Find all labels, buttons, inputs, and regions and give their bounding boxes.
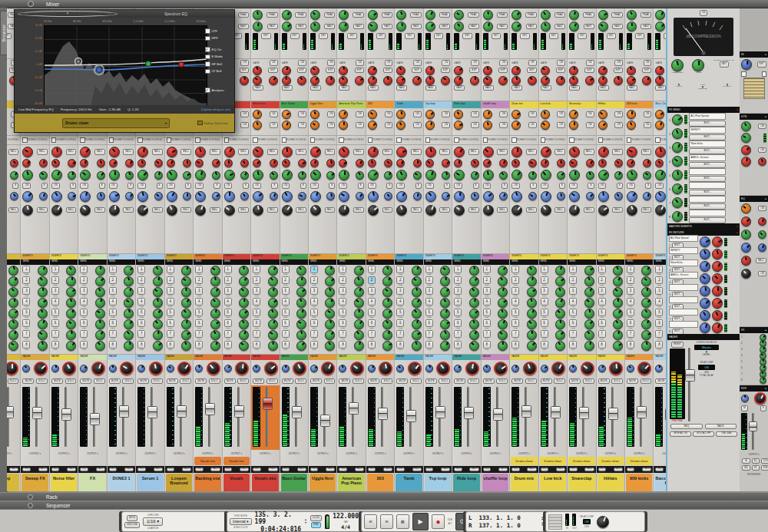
gate-exp-button[interactable]: EXP bbox=[326, 68, 335, 74]
rack-button[interactable]: RACK bbox=[498, 468, 508, 471]
solo-button[interactable]: SOLO bbox=[381, 378, 392, 385]
send-3-level-knob[interactable] bbox=[124, 287, 134, 297]
send-4-button[interactable]: 4 bbox=[598, 298, 606, 306]
eq-e-button[interactable]: E bbox=[559, 183, 565, 189]
key-button[interactable]: KEY bbox=[261, 33, 270, 39]
pan-knob[interactable] bbox=[293, 362, 306, 375]
send-4-button[interactable]: 4 bbox=[310, 298, 318, 306]
sequencer-circle-icon[interactable] bbox=[28, 503, 33, 508]
width-knob[interactable] bbox=[368, 365, 376, 372]
channel-strip-top-loop[interactable]: PEAK FAST KEY GATEON EXP FAST Top loop O… bbox=[424, 8, 452, 491]
pan-knob[interactable] bbox=[494, 362, 508, 375]
output-row[interactable]: OUTPUT ▾ bbox=[78, 450, 106, 457]
send-5-button[interactable]: 5 bbox=[368, 309, 376, 316]
nav-eq-on-button[interactable]: ON bbox=[758, 271, 766, 277]
peak-button[interactable]: PEAK bbox=[439, 12, 451, 18]
fx-send-3-level-knob[interactable] bbox=[672, 142, 683, 153]
send-3-button[interactable]: 3 bbox=[655, 287, 663, 295]
send-2-level-knob[interactable] bbox=[325, 276, 335, 286]
nav-width-knob[interactable] bbox=[741, 395, 749, 402]
hf-gain-knob[interactable] bbox=[569, 147, 580, 157]
send-4-button[interactable]: 4 bbox=[627, 298, 634, 306]
send-6-level-knob[interactable] bbox=[382, 319, 392, 329]
hmf-gain-knob[interactable] bbox=[368, 170, 379, 180]
send-4-level-knob[interactable] bbox=[181, 298, 191, 308]
send-7-level-knob[interactable] bbox=[95, 330, 105, 340]
lpf-on-button[interactable]: ON bbox=[644, 111, 652, 117]
lmf-freq-knob[interactable] bbox=[528, 171, 537, 180]
eq-on-button[interactable]: ON bbox=[224, 183, 233, 189]
lmf-freq-knob[interactable] bbox=[413, 171, 422, 180]
send-1-button[interactable]: 1 bbox=[627, 266, 634, 273]
send-1-button[interactable]: 1 bbox=[569, 266, 577, 273]
mute-button[interactable]: MUTE bbox=[541, 378, 552, 385]
send-6-level-knob[interactable] bbox=[412, 319, 422, 329]
peak-button[interactable]: PEAK bbox=[583, 12, 594, 18]
send-2-button[interactable]: 2 bbox=[195, 276, 203, 284]
send-1-button[interactable]: 1 bbox=[109, 266, 117, 273]
hf-bell-button[interactable]: BELL bbox=[94, 149, 105, 155]
nav-input-knob[interactable] bbox=[741, 59, 752, 70]
send-7-button[interactable]: 7 bbox=[253, 330, 260, 338]
gate-exp-button[interactable]: EXP bbox=[642, 68, 651, 74]
gate-fast-button[interactable]: FAST bbox=[655, 85, 666, 91]
hmf-freq-knob[interactable] bbox=[80, 159, 88, 167]
trim-knob[interactable] bbox=[339, 21, 349, 31]
send-8-level-knob[interactable] bbox=[555, 341, 565, 351]
hmf-q-knob[interactable] bbox=[39, 159, 48, 167]
send-1-level-knob[interactable] bbox=[66, 266, 76, 276]
volume-fader[interactable] bbox=[65, 387, 67, 447]
send-2-button[interactable]: 2 bbox=[51, 276, 59, 284]
send-3-level-knob[interactable] bbox=[584, 287, 594, 297]
mute-button[interactable]: MUTE bbox=[425, 378, 437, 385]
input-gain-knob[interactable] bbox=[541, 10, 551, 20]
channel-name-tab[interactable]: 303 bbox=[367, 474, 393, 491]
rack-button[interactable]: RACK bbox=[383, 468, 392, 471]
send-7-button[interactable]: 7 bbox=[109, 330, 117, 338]
hpf-on-button[interactable]: ON bbox=[499, 122, 508, 128]
send-7-button[interactable]: 7 bbox=[195, 330, 203, 338]
gate-release-knob[interactable] bbox=[269, 76, 278, 85]
mute-button[interactable]: MUTE bbox=[483, 378, 495, 385]
lf-bell-button[interactable]: BELL bbox=[152, 207, 163, 213]
nav-solo-button[interactable]: S bbox=[760, 405, 766, 411]
send-5-level-knob[interactable] bbox=[325, 309, 335, 319]
lmf-gain-knob[interactable] bbox=[195, 191, 206, 202]
lpf-on-button[interactable]: ON bbox=[442, 111, 450, 117]
rack-button[interactable]: RACK bbox=[297, 468, 306, 471]
send-8-button[interactable]: 8 bbox=[22, 341, 30, 349]
send-8-button[interactable]: 8 bbox=[483, 341, 491, 349]
lmf-gain-knob[interactable] bbox=[253, 191, 263, 202]
lf-bell-button[interactable]: BELL bbox=[238, 207, 249, 213]
filters-to-dyn-checkbox[interactable] bbox=[310, 137, 316, 143]
output-row[interactable]: OUTPUT ▾ bbox=[251, 450, 279, 457]
hpf-freq-knob[interactable] bbox=[627, 121, 636, 130]
hpf-freq-knob[interactable] bbox=[253, 121, 262, 130]
hmf-freq-knob[interactable] bbox=[167, 159, 175, 167]
solo-button[interactable]: SOLO bbox=[641, 378, 652, 385]
lf-gain-knob[interactable] bbox=[137, 205, 148, 216]
hpf-freq-knob[interactable] bbox=[483, 121, 492, 130]
send-6-button[interactable]: 6 bbox=[109, 319, 117, 327]
fast-button[interactable]: FAST bbox=[612, 24, 623, 30]
output-row[interactable]: OUTPUT ▾ bbox=[280, 450, 308, 457]
send-5-level-knob[interactable] bbox=[95, 309, 105, 319]
hmf-q-knob[interactable] bbox=[413, 159, 422, 167]
hpf-freq-knob[interactable] bbox=[454, 121, 463, 130]
lf-gain-knob[interactable] bbox=[310, 205, 321, 216]
hf-bell-button[interactable]: BELL bbox=[554, 149, 565, 155]
lf-bell-button[interactable]: BELL bbox=[37, 207, 48, 213]
send-5-level-knob[interactable] bbox=[66, 309, 76, 319]
send-8-button[interactable]: 8 bbox=[167, 341, 174, 349]
seq-button[interactable]: SEQ bbox=[655, 468, 663, 471]
lmf-freq-knob[interactable] bbox=[125, 171, 134, 180]
solo-button[interactable]: SOLO bbox=[94, 378, 105, 385]
send-2-button[interactable]: 2 bbox=[339, 276, 346, 284]
output-row[interactable]: OUTPUT ▾ bbox=[452, 450, 480, 457]
hmf-gain-knob[interactable] bbox=[655, 170, 666, 180]
width-knob[interactable] bbox=[224, 365, 232, 372]
hmf-q-knob[interactable] bbox=[68, 159, 76, 167]
pan-knob[interactable] bbox=[91, 362, 105, 375]
width-knob[interactable] bbox=[137, 365, 145, 372]
fx-send-1-edit-button[interactable]: EDIT... bbox=[689, 121, 726, 127]
